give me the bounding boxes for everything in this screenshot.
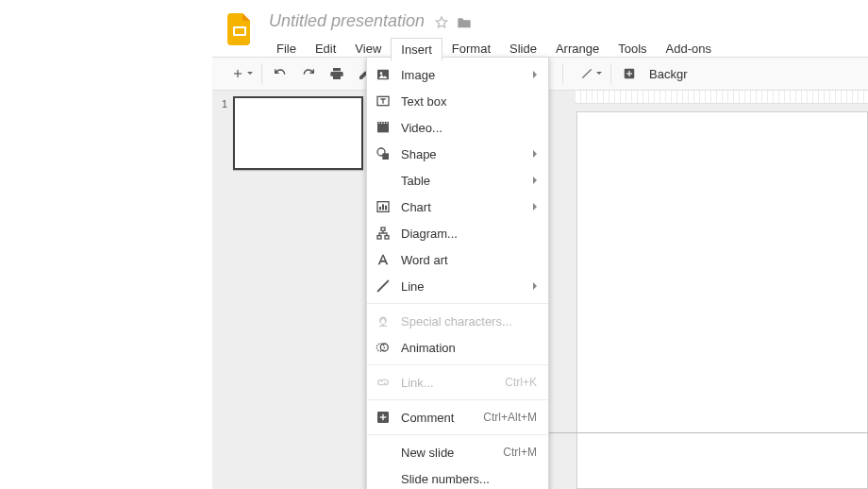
menu-item-label: Chart: [401, 200, 537, 214]
slide-number: 1: [218, 96, 227, 110]
menu-item-label: Comment: [401, 411, 474, 425]
menu-separator: [367, 399, 548, 400]
menu-item-label: Special characters...: [401, 314, 537, 329]
move-folder-icon[interactable]: [457, 16, 472, 29]
menu-item-label: New slide: [401, 446, 493, 460]
menu-item-label: Video...: [401, 121, 537, 135]
menu-special-chars: Special characters...: [367, 308, 548, 334]
comment-icon: [375, 409, 392, 426]
menu-item-label: Animation: [401, 341, 537, 355]
menu-table[interactable]: Table: [367, 167, 548, 194]
menu-item-label: Slide numbers...: [401, 472, 537, 486]
menu-separator: [367, 364, 548, 365]
shape-icon: [375, 145, 392, 162]
menu-animation[interactable]: Animation: [367, 334, 548, 361]
menu-shortcut: Ctrl+K: [505, 376, 537, 389]
menu-image[interactable]: Image: [367, 61, 548, 88]
video-icon: [375, 119, 392, 136]
menu-line[interactable]: Line: [367, 273, 548, 299]
menu-diagram[interactable]: Diagram...: [367, 220, 548, 246]
textbox-icon: [375, 93, 392, 110]
menu-item-label: Diagram...: [401, 227, 537, 241]
menu-comment[interactable]: Comment Ctrl+Alt+M: [367, 404, 548, 430]
wordart-icon: [375, 251, 392, 268]
filmstrip[interactable]: 1: [212, 91, 376, 489]
insert-dropdown: Image Text box Video... Shape Table Char…: [366, 57, 549, 489]
svg-rect-1: [235, 28, 244, 34]
svg-rect-18: [381, 228, 385, 230]
menu-separator: [367, 434, 548, 435]
line-tool-button[interactable]: [568, 61, 606, 86]
omega-icon: [375, 312, 392, 329]
link-icon: [375, 374, 392, 391]
diagram-icon: [375, 225, 392, 242]
svg-rect-8: [378, 123, 379, 124]
ruler-horizontal: [575, 91, 868, 104]
menu-wordart[interactable]: Word art: [367, 246, 548, 273]
menu-shape[interactable]: Shape: [367, 141, 548, 167]
image-icon: [375, 66, 392, 83]
menu-shortcut: Ctrl+Alt+M: [483, 411, 537, 424]
menu-item-label: Shape: [401, 147, 537, 161]
menu-item-label: Word art: [401, 253, 537, 267]
svg-rect-15: [379, 207, 381, 210]
menu-separator: [367, 303, 548, 304]
add-comment-toolbar-button[interactable]: [616, 61, 643, 86]
background-button[interactable]: Backgr: [643, 67, 693, 81]
menu-item-label: Table: [401, 174, 537, 188]
menu-video[interactable]: Video...: [367, 114, 548, 141]
star-icon[interactable]: [434, 15, 449, 30]
slides-logo: [227, 13, 252, 45]
menu-link: Link... Ctrl+K: [367, 369, 548, 396]
undo-button[interactable]: [267, 61, 293, 86]
menu-item-label: Image: [401, 68, 537, 82]
menu-item-label: Link...: [401, 376, 495, 390]
menu-new-slide[interactable]: New slide Ctrl+M: [367, 439, 548, 465]
svg-rect-10: [384, 123, 385, 124]
svg-rect-19: [377, 236, 381, 239]
svg-rect-16: [382, 204, 384, 210]
slide-thumb-1[interactable]: 1: [218, 96, 370, 170]
doc-title[interactable]: Untitled presentation: [267, 9, 426, 35]
chart-icon: [375, 198, 392, 215]
svg-rect-20: [385, 236, 389, 239]
line-icon: [375, 278, 392, 295]
menu-slide-numbers[interactable]: Slide numbers...: [367, 465, 548, 489]
menu-insert[interactable]: Insert: [391, 38, 442, 61]
print-button[interactable]: [324, 61, 350, 86]
svg-point-4: [380, 72, 383, 75]
animation-icon: [375, 339, 392, 356]
menu-shortcut: Ctrl+M: [503, 446, 537, 459]
new-slide-button[interactable]: [219, 61, 257, 86]
slide-thumbnail[interactable]: [233, 96, 363, 170]
menu-chart[interactable]: Chart: [367, 194, 548, 220]
svg-rect-6: [377, 124, 389, 132]
svg-rect-11: [386, 123, 387, 124]
svg-rect-13: [382, 153, 389, 160]
menu-textbox[interactable]: Text box: [367, 88, 548, 114]
redo-button[interactable]: [295, 61, 322, 86]
header: Untitled presentation File Edit View Ins…: [212, 0, 868, 57]
svg-rect-9: [381, 123, 382, 124]
menu-item-label: Text box: [401, 94, 537, 109]
menu-item-label: Line: [401, 279, 537, 294]
svg-rect-17: [385, 206, 387, 211]
